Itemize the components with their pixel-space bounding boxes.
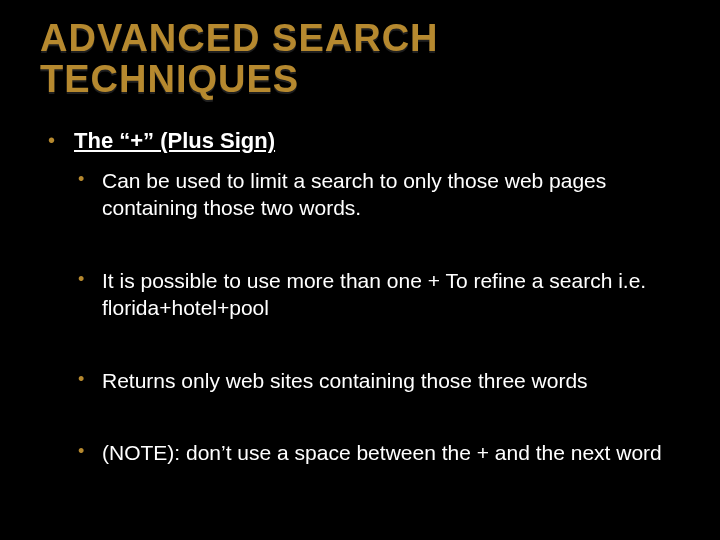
list-item: Can be used to limit a search to only th… xyxy=(74,168,680,222)
list-item: It is possible to use more than one + To… xyxy=(74,268,680,322)
list-item: (NOTE): don’t use a space between the + … xyxy=(74,440,680,467)
slide-title: ADVANCED SEARCH TECHNIQUES xyxy=(40,18,680,100)
slide: ADVANCED SEARCH TECHNIQUES The “+” (Plus… xyxy=(0,0,720,540)
bullet-list-level1: The “+” (Plus Sign) Can be used to limit… xyxy=(40,128,680,467)
list-item: The “+” (Plus Sign) Can be used to limit… xyxy=(40,128,680,467)
bullet-list-level2: Can be used to limit a search to only th… xyxy=(74,168,680,467)
list-item: Returns only web sites containing those … xyxy=(74,368,680,395)
bullet-l1-text: The “+” (Plus Sign) xyxy=(74,128,275,153)
